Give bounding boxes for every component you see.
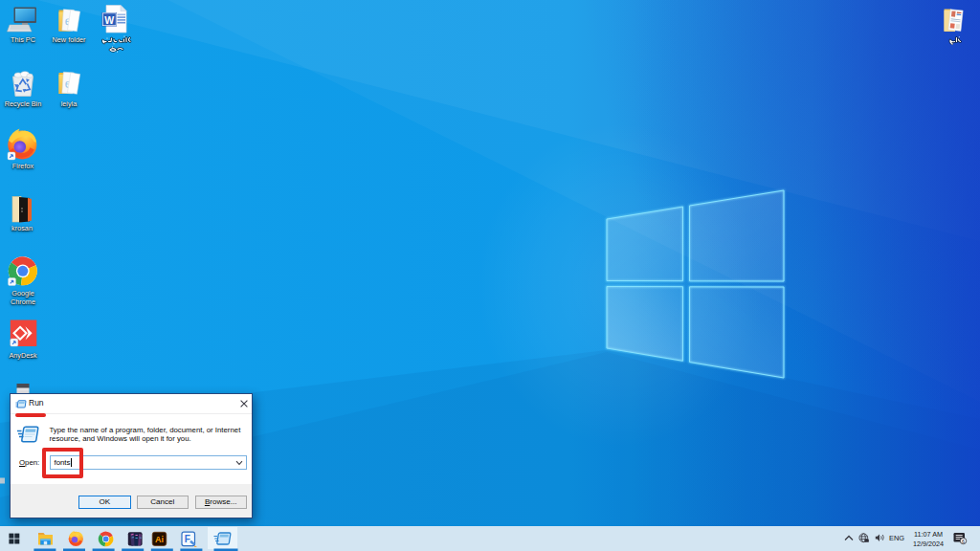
svg-text:W: W bbox=[104, 14, 114, 26]
svg-text:F: F bbox=[185, 534, 190, 544]
svg-text:6: 6 bbox=[962, 539, 965, 544]
svg-text:Ai: Ai bbox=[155, 535, 164, 544]
